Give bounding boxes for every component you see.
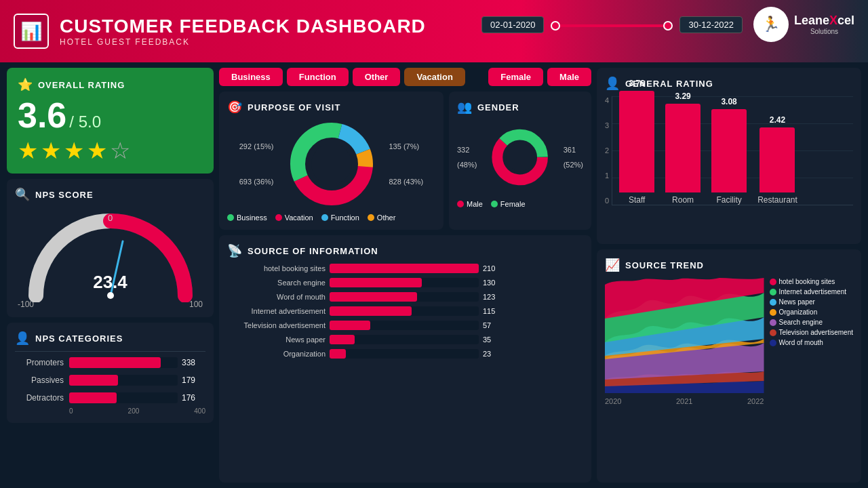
- y-axis: 4 3 2 1 0: [605, 96, 609, 205]
- dashboard-title: CUSTOMER FEEDBACK DASHBOARD: [60, 16, 426, 37]
- mid-top-row: 🎯 PURPOSE OF VISIT 292 (15%) 693 (36%): [219, 92, 591, 230]
- source-label-news: News paper: [227, 336, 326, 344]
- logo-text: LeaneXcel: [794, 14, 854, 28]
- dashboard: 📊 CUSTOMER FEEDBACK DASHBOARD HOTEL GUES…: [0, 0, 868, 488]
- date-start[interactable]: 02-01-2020: [481, 16, 545, 33]
- source-label-word: Word of mouth: [227, 293, 326, 301]
- source-val-news: 35: [483, 336, 491, 344]
- source-val-word: 123: [483, 293, 495, 301]
- date-slider-right[interactable]: [663, 21, 673, 30]
- promoters-bar-container: [69, 357, 178, 368]
- source-fill-news: [330, 335, 355, 344]
- bar-fill-restaurant: [760, 127, 795, 192]
- svg-point-6: [311, 144, 352, 184]
- source-bar-hotel: hotel booking sites 210: [227, 264, 583, 273]
- source-bar-word-container: [330, 292, 479, 302]
- tab-male[interactable]: Male: [547, 68, 591, 86]
- source-bar-word: Word of mouth 123: [227, 292, 583, 302]
- stars: ★ ★ ★ ★ ☆: [18, 137, 203, 164]
- passives-label: Passives: [15, 375, 64, 385]
- detractors-bar-container: [69, 392, 178, 403]
- gender-legend: Male Female: [457, 200, 583, 208]
- gender-title: GENDER: [477, 102, 519, 113]
- trend-chart-area: 2020 2021 2022: [605, 278, 764, 474]
- trend-x-2021: 2021: [676, 397, 692, 405]
- gender-icon: 👥: [457, 100, 472, 115]
- star-3: ★: [64, 137, 84, 164]
- source-bar-tv: Television advertisement 57: [227, 321, 583, 330]
- bar-row-passives: Passives 179: [15, 375, 205, 386]
- legend-label-vacation: Vacation: [285, 214, 313, 222]
- tab-vacation[interactable]: Vacation: [404, 68, 465, 86]
- tab-business[interactable]: Business: [219, 68, 283, 86]
- legend-dot-function: [321, 214, 328, 221]
- logo-sub: Solutions: [794, 28, 854, 35]
- overall-rating-card: ⭐ OVERALL RATING 3.6 / 5.0 ★ ★ ★ ★ ☆: [7, 68, 214, 174]
- bar-chart-bars: 3.76 Staff 3.29 Room 3.08: [612, 96, 853, 205]
- legend-label-word-of-mouth: Word of mouth: [779, 339, 823, 346]
- purpose-label-vacation: 828 (43%): [389, 174, 424, 189]
- filter-row: Business Function Other Vacation Female …: [219, 68, 591, 86]
- date-slider-track[interactable]: [551, 24, 673, 27]
- legend-dot-female: [491, 201, 498, 207]
- mid-column: Business Function Other Vacation Female …: [219, 68, 591, 483]
- source-label-org: Organization: [227, 350, 326, 358]
- trend-content: 2020 2021 2022 hotel booking sites: [605, 278, 853, 474]
- purpose-donut-section: 292 (15%) 693 (36%) 135 (7%): [227, 120, 435, 208]
- trend-icon: 📈: [605, 258, 620, 272]
- source-fill-internet: [330, 306, 412, 316]
- date-slider-left[interactable]: [551, 21, 560, 30]
- bar-row-promoters: Promoters 338: [15, 357, 205, 368]
- legend-dot-male: [457, 201, 464, 207]
- legend-label-business: Business: [237, 214, 267, 222]
- tab-female[interactable]: Female: [488, 68, 543, 86]
- axis-0: 0: [69, 407, 73, 415]
- header: 📊 CUSTOMER FEEDBACK DASHBOARD HOTEL GUES…: [0, 0, 868, 62]
- promoters-bar: [69, 357, 161, 368]
- trend-x-labels: 2020 2021 2022: [605, 397, 764, 405]
- dashboard-subtitle: HOTEL GUEST FEEDBACK: [60, 37, 426, 47]
- purpose-icon: 🎯: [227, 100, 242, 115]
- source-trend-title: SOURCE TREND: [625, 260, 704, 270]
- left-column: ⭐ OVERALL RATING 3.6 / 5.0 ★ ★ ★ ★ ☆: [7, 68, 214, 483]
- nps-categories-card: 👤 NPS CATEGORIES Promoters 338 Passives: [7, 323, 214, 423]
- source-of-information-card: 📡 SOURCE OF INFORMATION hotel booking si…: [219, 235, 591, 483]
- promoters-value: 338: [182, 358, 201, 367]
- legend-organization: Organization: [770, 308, 854, 316]
- axis-400: 400: [194, 407, 205, 415]
- tab-function[interactable]: Function: [287, 68, 349, 86]
- source-bar-search-container: [330, 278, 479, 287]
- legend-label-search-engine: Search engine: [779, 319, 823, 326]
- nps-score-card: 🔍 NPS SCORE 0: [7, 179, 214, 317]
- date-end[interactable]: 30-12-2022: [679, 16, 743, 33]
- tab-other[interactable]: Other: [353, 68, 401, 86]
- legend-dot-organization: [770, 309, 776, 316]
- source-icon: 📡: [227, 243, 242, 258]
- legend-label-internet-adv: Internet advertisement: [779, 288, 847, 296]
- source-fill-word: [330, 292, 417, 302]
- legend-dot-news-paper: [770, 299, 776, 306]
- legend-label-news-paper: News paper: [779, 298, 815, 306]
- right-column: 👤 GENERAL RATING 4 3 2 1 0: [597, 68, 861, 483]
- logo: 🏃 LeaneXcel Solutions: [753, 7, 854, 42]
- legend-dot-internet-adv: [770, 289, 776, 296]
- purpose-labels-right: 135 (7%) 828 (43%): [389, 139, 424, 189]
- purpose-donut-chart: [288, 120, 376, 208]
- bar-label-room: Room: [672, 195, 694, 205]
- general-rating-chart: 4 3 2 1 0: [605, 96, 853, 205]
- star-2: ★: [41, 137, 61, 164]
- nps-zero-label: 0: [108, 213, 113, 223]
- gender-label-female: 332(48%): [457, 142, 477, 172]
- purpose-label-function: 292 (15%): [239, 139, 274, 154]
- source-val-hotel: 210: [483, 264, 495, 272]
- bar-row-detractors: Detractors 176: [15, 392, 205, 403]
- y-2: 2: [605, 146, 609, 155]
- source-bar-internet-container: [330, 306, 479, 316]
- nps-icon: 🔍: [15, 187, 30, 202]
- detractors-value: 176: [182, 393, 201, 403]
- purpose-title: PURPOSE OF VISIT: [248, 102, 340, 113]
- bar-fill-facility: [711, 109, 747, 192]
- legend-search-engine: Search engine: [770, 319, 854, 326]
- overall-rating-title: OVERALL RATING: [38, 80, 125, 90]
- legend-dot-vacation: [275, 214, 282, 221]
